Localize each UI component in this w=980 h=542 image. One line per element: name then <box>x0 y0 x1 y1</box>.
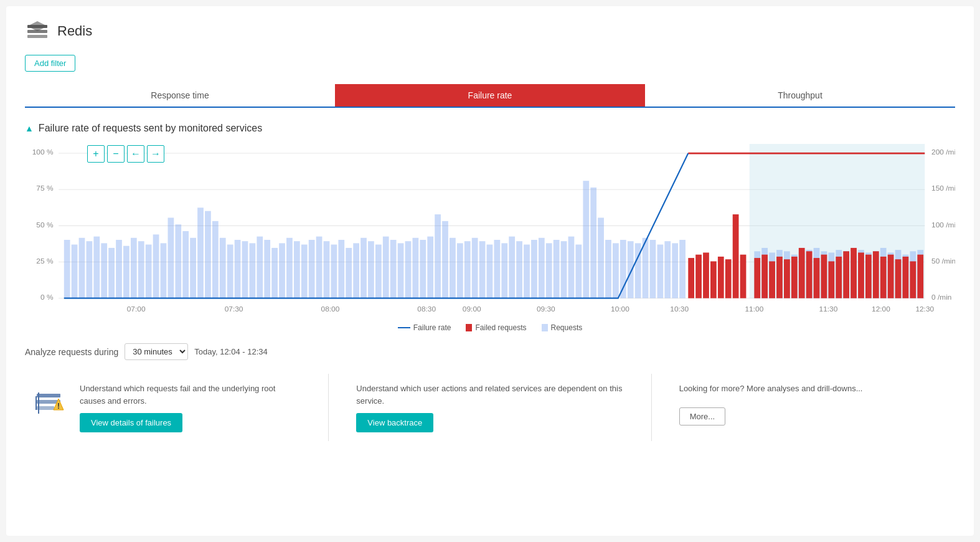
svg-rect-67 <box>413 238 419 298</box>
svg-text:100 %: 100 % <box>32 148 54 156</box>
svg-rect-138 <box>776 257 783 298</box>
svg-rect-80 <box>509 237 515 298</box>
svg-rect-24 <box>93 237 100 298</box>
svg-rect-142 <box>806 251 813 298</box>
svg-rect-49 <box>279 243 285 298</box>
chart-controls: + − ← → <box>87 145 164 163</box>
svg-text:07:30: 07:30 <box>225 305 243 313</box>
chart-area: 100 % 75 % 50 % 25 % 0 % 200 /min 150 /m… <box>25 144 955 318</box>
zoom-out-button[interactable]: − <box>107 145 125 163</box>
duration-select[interactable]: 30 minutes 1 hour 3 hours <box>125 343 188 360</box>
svg-rect-102 <box>672 243 678 298</box>
svg-rect-152 <box>880 257 887 298</box>
svg-rect-130 <box>710 261 717 298</box>
svg-rect-94 <box>613 243 619 298</box>
svg-rect-50 <box>286 238 293 298</box>
svg-rect-86 <box>554 240 560 298</box>
svg-rect-36 <box>182 231 189 298</box>
svg-rect-103 <box>679 240 686 298</box>
svg-rect-131 <box>718 257 724 298</box>
tab-response-time[interactable]: Response time <box>25 84 335 107</box>
pan-right-button[interactable]: → <box>147 145 164 163</box>
svg-rect-34 <box>168 217 174 298</box>
tab-failure-rate[interactable]: Failure rate <box>335 84 645 107</box>
svg-rect-22 <box>79 238 85 298</box>
svg-rect-72 <box>450 238 456 298</box>
svg-rect-91 <box>590 188 596 298</box>
card-failures-content: Understand which requests fail and the u… <box>80 383 301 432</box>
svg-rect-28 <box>123 246 130 298</box>
svg-text:200 /min: 200 /min <box>931 148 955 156</box>
svg-rect-29 <box>131 238 137 298</box>
svg-text:11:30: 11:30 <box>819 305 838 313</box>
svg-rect-55 <box>324 241 330 298</box>
svg-text:08:00: 08:00 <box>321 305 340 313</box>
svg-rect-45 <box>250 243 256 298</box>
svg-rect-59 <box>353 243 359 298</box>
svg-rect-147 <box>843 251 849 298</box>
svg-rect-148 <box>850 248 857 298</box>
svg-rect-27 <box>116 240 122 298</box>
card-failures: ! Understand which requests fail and the… <box>25 374 309 441</box>
svg-rect-33 <box>161 243 167 298</box>
legend-failure-rate: Failure rate <box>398 323 451 332</box>
svg-rect-95 <box>620 240 626 298</box>
svg-rect-26 <box>108 248 115 298</box>
svg-rect-133 <box>733 214 739 298</box>
legend-failed-requests: Failed requests <box>466 323 526 332</box>
svg-text:07:00: 07:00 <box>127 305 146 313</box>
svg-rect-21 <box>72 245 78 298</box>
zoom-in-button[interactable]: + <box>87 145 105 163</box>
svg-text:11:00: 11:00 <box>745 305 763 313</box>
svg-rect-154 <box>895 259 902 298</box>
svg-rect-57 <box>338 240 344 298</box>
svg-rect-157 <box>917 255 923 298</box>
pan-left-button[interactable]: ← <box>127 145 144 163</box>
header: Redis <box>25 19 955 44</box>
svg-rect-20 <box>64 240 70 298</box>
svg-rect-100 <box>657 245 663 298</box>
card-more-text: Looking for more? More analyses and dril… <box>679 383 946 395</box>
chart-container: + − ← → 100 % 75 % 50 % 25 % 0 % 200 /mi… <box>25 144 955 332</box>
legend-requests-bar <box>542 324 548 331</box>
svg-rect-136 <box>761 255 768 298</box>
svg-rect-139 <box>784 259 790 298</box>
svg-rect-32 <box>153 234 159 298</box>
svg-rect-40 <box>212 221 219 298</box>
svg-rect-96 <box>628 241 634 298</box>
svg-rect-140 <box>791 257 798 298</box>
svg-rect-35 <box>175 224 181 298</box>
view-failures-button[interactable]: View details of failures <box>80 413 182 432</box>
svg-rect-46 <box>257 237 263 298</box>
more-button[interactable]: More... <box>679 407 725 426</box>
svg-rect-101 <box>664 241 671 298</box>
svg-rect-38 <box>197 207 204 298</box>
svg-text:150 /min: 150 /min <box>931 184 955 193</box>
add-filter-button[interactable]: Add filter <box>25 55 75 72</box>
svg-rect-79 <box>501 243 507 298</box>
chart-legend: Failure rate Failed requests Requests <box>25 323 955 332</box>
svg-rect-74 <box>464 241 471 298</box>
card-failures-text: Understand which requests fail and the u… <box>80 383 301 407</box>
svg-text:0 /min: 0 /min <box>931 293 951 302</box>
tabs-row: Response time Failure rate Throughput <box>25 84 955 108</box>
view-backtrace-button[interactable]: View backtrace <box>356 413 433 432</box>
svg-rect-137 <box>769 261 775 298</box>
svg-rect-37 <box>190 238 196 298</box>
chevron-icon: ▲ <box>25 123 34 133</box>
svg-text:12:00: 12:00 <box>872 305 890 313</box>
chart-section-title: Failure rate of requests sent by monitor… <box>39 123 262 134</box>
analyze-row: Analyze requests during 30 minutes 1 hou… <box>25 343 955 360</box>
svg-rect-85 <box>546 243 552 298</box>
svg-rect-71 <box>442 221 448 298</box>
svg-rect-58 <box>346 248 352 298</box>
svg-text:100 /min: 100 /min <box>931 221 955 229</box>
svg-rect-30 <box>138 241 144 298</box>
svg-rect-69 <box>427 237 433 298</box>
tab-throughput[interactable]: Throughput <box>645 84 955 107</box>
card-more-content: Looking for more? More analyses and dril… <box>679 383 946 426</box>
svg-rect-149 <box>858 252 864 298</box>
svg-rect-128 <box>695 255 702 298</box>
svg-rect-88 <box>568 237 575 298</box>
svg-rect-43 <box>235 240 241 298</box>
